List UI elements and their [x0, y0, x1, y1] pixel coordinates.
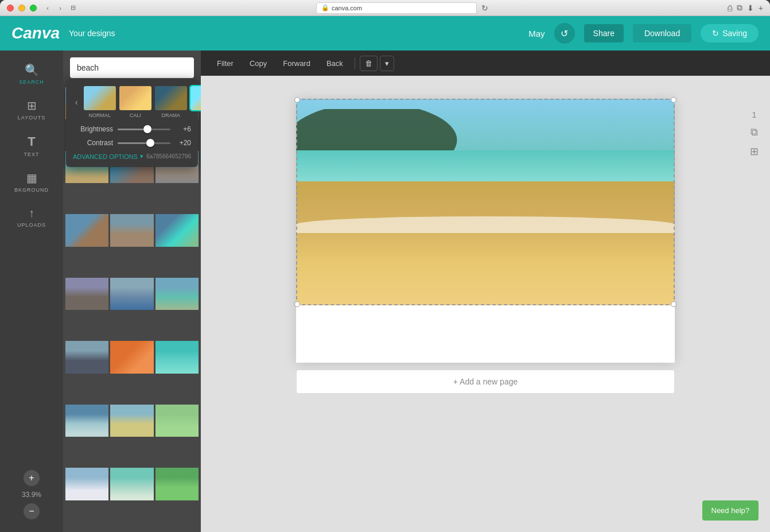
main-content: 🔍 SEARCH ⊞ LAYOUTS T TEXT ▦ BKGROUND ↑ U…	[0, 51, 770, 532]
close-button[interactable]	[7, 5, 14, 11]
list-item[interactable]	[155, 214, 199, 276]
list-item[interactable]	[155, 278, 199, 340]
minimize-button[interactable]	[18, 5, 25, 11]
canvas-image[interactable]	[296, 99, 675, 305]
filter-cali[interactable]: CALI	[119, 86, 151, 118]
forward-nav-button[interactable]: ›	[56, 4, 64, 12]
sidebar-item-layouts[interactable]: ⊞ LAYOUTS	[0, 92, 63, 127]
address-bar[interactable]: 🔒 canva.com	[316, 2, 477, 14]
grid-image[interactable]	[110, 341, 153, 373]
brightness-row: Brightness +6	[73, 125, 191, 133]
list-item[interactable]	[65, 278, 108, 340]
sidebar-label-uploads: UPLOADS	[17, 222, 46, 228]
grid-image[interactable]	[65, 278, 108, 310]
contrast-fill	[118, 142, 150, 144]
saving-spinner: ↻	[712, 29, 719, 38]
list-item[interactable]	[110, 278, 153, 340]
grid-image[interactable]	[110, 405, 153, 437]
grid-image[interactable]	[65, 341, 108, 373]
grid-image[interactable]	[65, 405, 108, 437]
filter-cali-label: CALI	[130, 112, 141, 118]
add-page-button[interactable]: + Add a new page	[296, 370, 675, 394]
back-nav-button[interactable]: ‹	[44, 4, 52, 12]
sidebar-item-background[interactable]: ▦ BKGROUND	[0, 164, 63, 200]
page-name: May	[528, 29, 545, 38]
add-element-icon[interactable]: ⊞	[750, 145, 759, 158]
grid-image[interactable]	[110, 214, 153, 246]
list-item[interactable]	[110, 214, 153, 276]
grid-image[interactable]	[110, 468, 153, 500]
topnav: Canva Your designs May ↺ Share Download …	[0, 16, 770, 51]
zoom-out-button[interactable]: −	[24, 503, 40, 519]
contrast-thumb[interactable]	[146, 139, 154, 147]
your-designs-link[interactable]: Your designs	[69, 29, 115, 38]
reload-icon[interactable]: ↻	[481, 3, 488, 13]
filter-epic[interactable]: EPIC	[190, 86, 201, 118]
canva-logo[interactable]: Canva	[11, 24, 60, 42]
traffic-lights	[7, 5, 37, 11]
canvas-column: + Add a new page	[273, 99, 698, 394]
search-input[interactable]	[70, 57, 194, 78]
brightness-thumb[interactable]	[143, 125, 151, 133]
sidebar-item-text[interactable]: T TEXT	[0, 127, 63, 164]
sidebar-toggle-button[interactable]: ⊟	[69, 4, 77, 12]
filter-footer: ADVANCED OPTIONS ▾ 6a785664652796	[73, 153, 191, 160]
plus-tab-icon[interactable]: +	[759, 3, 763, 13]
share-browser-icon[interactable]: ⎙	[728, 3, 732, 13]
window-controls: ‹ › ⊟	[44, 4, 77, 12]
grid-image[interactable]	[65, 468, 108, 500]
list-item[interactable]	[65, 405, 108, 467]
download-button[interactable]: Download	[633, 24, 691, 42]
need-help-button[interactable]: Need help?	[702, 500, 759, 521]
undo-button[interactable]: ↺	[554, 23, 575, 44]
filter-epic-label: EPIC	[200, 112, 201, 118]
beach-sand	[296, 181, 675, 305]
list-item[interactable]	[155, 468, 199, 530]
filter-thumbnails-row: ‹ NORMAL CALI DRAMA EP	[73, 86, 191, 118]
left-sidebar: 🔍 SEARCH ⊞ LAYOUTS T TEXT ▦ BKGROUND ↑ U…	[0, 51, 63, 532]
filter-normal[interactable]: NORMAL	[84, 86, 116, 118]
list-item[interactable]	[110, 405, 153, 467]
grid-image[interactable]	[155, 405, 199, 437]
back-button[interactable]: Back	[320, 56, 350, 71]
grid-image[interactable]	[65, 214, 108, 246]
list-item[interactable]	[65, 214, 108, 276]
list-item[interactable]	[155, 405, 199, 467]
duplicate-tab-icon[interactable]: ⧉	[737, 3, 742, 13]
share-button[interactable]: Share	[584, 24, 624, 42]
filter-normal-label: NORMAL	[88, 112, 111, 118]
canvas-workspace[interactable]: 1 ⧉ ⊞	[201, 76, 770, 532]
sidebar-label-background: BKGROUND	[14, 187, 49, 193]
sidebar-item-search[interactable]: 🔍 SEARCH	[0, 56, 63, 92]
list-item[interactable]	[65, 468, 108, 530]
filter-drama[interactable]: DRAMA	[155, 86, 187, 118]
copy-page-icon[interactable]: ⧉	[750, 126, 758, 138]
delete-button[interactable]: 🗑	[360, 56, 378, 71]
list-item[interactable]	[65, 341, 108, 403]
filter-prev-icon[interactable]: ‹	[73, 95, 80, 109]
list-item[interactable]	[110, 341, 153, 403]
contrast-value: +20	[175, 139, 191, 147]
more-options-button[interactable]: ▾	[380, 56, 394, 71]
advanced-options-button[interactable]: ADVANCED OPTIONS ▾	[73, 153, 143, 160]
zoom-in-button[interactable]: +	[24, 470, 40, 486]
grid-image[interactable]	[155, 468, 199, 500]
grid-image[interactable]	[155, 214, 199, 247]
lock-icon: 🔒	[321, 4, 329, 11]
brightness-slider[interactable]	[118, 129, 170, 130]
filter-button[interactable]: Filter	[210, 56, 240, 71]
list-item[interactable]	[155, 341, 199, 403]
forward-button[interactable]: Forward	[276, 56, 317, 71]
grid-image[interactable]	[110, 278, 153, 310]
maximize-button[interactable]	[30, 5, 37, 11]
sidebar-item-uploads[interactable]: ↑ UPLOADS	[0, 200, 63, 235]
saving-button[interactable]: ↻ Saving	[701, 24, 759, 42]
grid-image[interactable]	[155, 278, 199, 310]
copy-button[interactable]: Copy	[243, 56, 274, 71]
contrast-slider[interactable]	[118, 142, 170, 144]
sidebar-bottom: + 33.9% −	[22, 463, 41, 526]
grid-image[interactable]	[155, 341, 199, 374]
download-browser-icon[interactable]: ⬇	[747, 3, 754, 13]
contrast-label: Contrast	[73, 139, 113, 147]
list-item[interactable]	[110, 468, 153, 530]
